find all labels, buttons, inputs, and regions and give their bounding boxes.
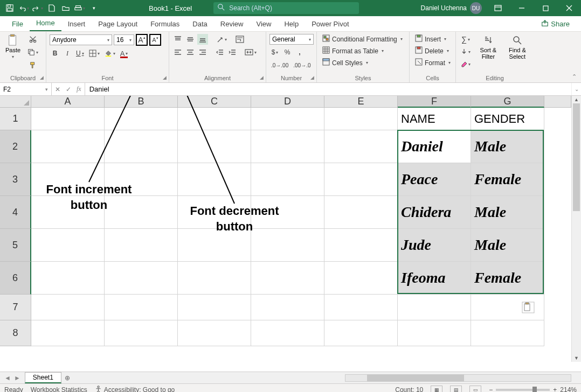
cell-B3[interactable] (105, 163, 178, 196)
cell-G6[interactable]: Female (471, 262, 544, 295)
row-header-7[interactable]: 7 (0, 295, 31, 320)
cell-D4[interactable] (251, 196, 324, 229)
align-left-icon[interactable] (172, 47, 183, 58)
align-bottom-icon[interactable] (197, 34, 208, 45)
new-file-icon[interactable] (45, 2, 58, 15)
open-icon[interactable] (59, 2, 72, 15)
cell-A8[interactable] (31, 320, 105, 346)
column-header-E[interactable]: E (324, 96, 398, 108)
clear-icon[interactable] (459, 59, 472, 69)
currency-button[interactable]: $ (269, 47, 280, 58)
cell-A5[interactable] (31, 229, 105, 262)
cell-F8[interactable] (398, 320, 471, 346)
borders-button[interactable] (87, 48, 101, 59)
italic-button[interactable]: I (62, 48, 73, 59)
row-header-8[interactable]: 8 (0, 320, 31, 346)
maximize-icon[interactable] (534, 0, 557, 16)
cell-D1[interactable] (251, 108, 324, 130)
conditional-formatting-button[interactable]: Conditional Formatting (320, 34, 406, 44)
cell-B6[interactable] (105, 262, 178, 295)
merge-center-icon[interactable] (243, 47, 258, 58)
name-box[interactable]: F2▾ (0, 83, 52, 95)
scroll-up-icon[interactable]: ▲ (572, 96, 581, 103)
ribbon-display-icon[interactable] (486, 0, 510, 16)
cell-E7[interactable] (324, 295, 398, 320)
vscroll-thumb[interactable] (573, 103, 580, 211)
paste-options-icon[interactable] (522, 302, 535, 316)
cell-D6[interactable] (251, 262, 324, 295)
scroll-down-icon[interactable]: ▼ (572, 354, 581, 362)
font-color-button[interactable]: A (119, 48, 130, 59)
cell-G8[interactable] (471, 320, 544, 346)
expand-formula-bar-icon[interactable]: ⌄ (571, 83, 581, 95)
find-select-button[interactable]: Find & Select (504, 34, 530, 61)
share-button[interactable]: Share (535, 17, 576, 31)
number-format-combo[interactable]: General▾ (269, 34, 314, 45)
tab-home[interactable]: Home (30, 16, 61, 31)
row-header-5[interactable]: 5 (0, 229, 31, 262)
cell-G2[interactable]: Male (471, 130, 544, 163)
orientation-icon[interactable] (215, 34, 229, 45)
cell-A1[interactable] (31, 108, 105, 130)
number-dialog-icon[interactable]: ◢ (310, 75, 314, 80)
fill-color-button[interactable] (103, 48, 117, 59)
cell-C4[interactable] (178, 196, 251, 229)
cancel-formula-icon[interactable]: ✕ (55, 86, 60, 93)
cell-A6[interactable] (31, 262, 105, 295)
row-header-4[interactable]: 4 (0, 196, 31, 229)
cell-D3[interactable] (251, 163, 324, 196)
cell-F1[interactable]: NAME (398, 108, 471, 130)
cell-D5[interactable] (251, 229, 324, 262)
percent-button[interactable]: % (282, 47, 293, 58)
cell-E3[interactable] (324, 163, 398, 196)
align-right-icon[interactable] (197, 47, 208, 58)
format-cells-button[interactable]: Format (413, 58, 452, 68)
increase-decimal-icon[interactable]: .0→.00 (269, 60, 290, 71)
qat-customize-icon[interactable]: ▾ (87, 2, 100, 15)
status-workbook-stats[interactable]: Workbook Statistics (31, 386, 87, 393)
cell-A7[interactable] (31, 295, 105, 320)
fill-icon[interactable] (459, 46, 472, 57)
cell-E1[interactable] (324, 108, 398, 130)
fx-icon[interactable]: fx (77, 85, 81, 93)
cell-C5[interactable] (178, 229, 251, 262)
cell-A3[interactable] (31, 163, 105, 196)
font-size-combo[interactable]: 16▾ (114, 34, 134, 45)
status-accessibility[interactable]: Accessibility: Good to go (95, 386, 175, 393)
alignment-dialog-icon[interactable]: ◢ (260, 75, 264, 80)
quick-print-icon[interactable] (73, 2, 86, 15)
tab-page-layout[interactable]: Page Layout (92, 17, 144, 31)
cell-F6[interactable]: Ifeoma (398, 262, 471, 295)
tab-help[interactable]: Help (278, 17, 305, 31)
row-header-2[interactable]: 2 (0, 130, 31, 163)
close-icon[interactable] (557, 0, 581, 16)
cell-C8[interactable] (178, 320, 251, 346)
hscroll-thumb[interactable] (367, 375, 464, 381)
row-header-1[interactable]: 1 (0, 108, 31, 130)
cell-C2[interactable] (178, 130, 251, 163)
decrease-indent-icon[interactable] (215, 47, 225, 58)
save-icon[interactable] (3, 2, 16, 15)
cell-F3[interactable]: Peace (398, 163, 471, 196)
cell-F2[interactable]: Daniel (398, 130, 471, 163)
cell-C7[interactable] (178, 295, 251, 320)
column-header-D[interactable]: D (251, 96, 324, 108)
zoom-slider[interactable] (496, 389, 550, 391)
copy-icon[interactable] (26, 47, 40, 58)
comma-button[interactable]: , (294, 47, 305, 58)
tab-formulas[interactable]: Formulas (144, 17, 186, 31)
cell-B5[interactable] (105, 229, 178, 262)
cell-E2[interactable] (324, 130, 398, 163)
cell-E8[interactable] (324, 320, 398, 346)
cell-styles-button[interactable]: Cell Styles (320, 58, 406, 68)
column-header-G[interactable]: G (471, 96, 544, 108)
bold-button[interactable]: B (50, 48, 60, 59)
formula-input[interactable]: Daniel (85, 83, 571, 95)
cell-G5[interactable]: Male (471, 229, 544, 262)
add-sheet-icon[interactable]: ⊕ (61, 374, 73, 382)
column-header-C[interactable]: C (178, 96, 251, 108)
underline-button[interactable]: U (74, 48, 86, 59)
format-painter-icon[interactable] (26, 60, 40, 71)
view-page-break-icon[interactable]: ▭ (469, 386, 481, 393)
cell-E4[interactable] (324, 196, 398, 229)
